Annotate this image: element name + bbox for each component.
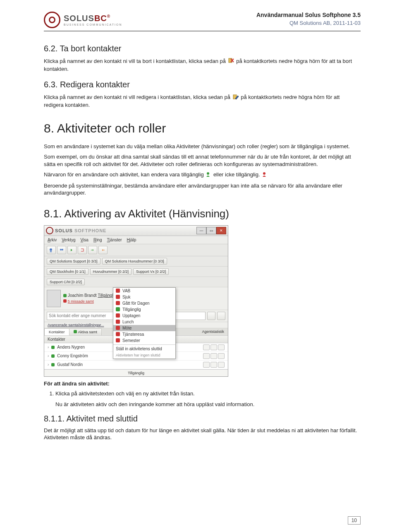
contact-action-2[interactable] [210,362,217,368]
toolbar-button-1[interactable] [47,246,56,254]
queue-chip[interactable]: QM Solutions Support [0 3/3] [47,258,100,265]
menu-arkiv[interactable]: Arkiv [48,238,57,242]
logo-brand-b: BC [94,14,107,23]
chevron-right-icon: › [48,362,49,367]
softphone-window: SOLUS SOFTPHONE — ▭ ✕ Arkiv Verktyg Visa… [44,225,228,377]
toolbar-button-5[interactable] [88,246,97,254]
window-title-a: SOLUS [55,228,73,233]
logo-brand-a: SOLUS [64,14,94,23]
para-6-2-a: Klicka på namnet av den kontakt ni vill … [44,58,226,64]
toolbar-button-3[interactable] [67,246,77,254]
presence-icon [51,354,55,358]
dropdown-item[interactable]: Sjuk [113,294,175,300]
para-6-3: Klicka på namnet av den kontakt ni vill … [44,94,361,108]
dropdown-item-label: Lunch [122,320,134,324]
header-title: Användarmanual Solus Softphone 3.5 [256,12,361,18]
missed-icon [63,299,67,303]
window-title-b: SOFTPHONE [74,228,106,233]
contact-action-3[interactable] [218,344,225,350]
tab-kontakter[interactable]: Kontakter [44,328,69,335]
queue-row-3: Support C/M [0 2/2] [44,277,228,287]
user-name: Joachim Brandt [68,293,96,298]
toolbar-button-4[interactable] [78,246,87,254]
contact-action-1[interactable] [203,353,210,359]
queue-row-2: QM Stockholm [0 1/1] Huvudnummer [0 2/2]… [44,267,228,277]
dropdown-item[interactable]: Möte [113,325,175,331]
heading-6-3: 6.3. Redigera kontakter [44,80,361,89]
menu-bar: Arkiv Verktyg Visa Ring Tjänster Hjälp [44,236,228,244]
chevron-right-icon: › [48,354,49,358]
toolbar-button-2[interactable] [57,246,66,254]
queue-chip[interactable]: Support C/M [0 2/2] [47,279,85,285]
dropdown-item-label: Gått för Dagen [122,301,150,306]
contact-action-1[interactable] [203,344,210,350]
presence-icon [116,313,120,318]
contact-action-1[interactable] [203,362,210,368]
para-8-1-1: Det är möjligt att sätta upp tid och dat… [44,427,361,441]
contact-action-2[interactable] [210,353,217,359]
menu-verktyg[interactable]: Verktyg [62,238,75,242]
presence-icon [116,320,120,324]
search-button-1[interactable] [207,312,215,320]
queue-chip[interactable]: Huvudnummer [0 2/2] [90,268,132,275]
close-button[interactable]: ✕ [216,227,226,234]
presence-icon [116,332,120,336]
activity-dropdown: VABSjukGått för DagenTillgängligUpptagen… [113,287,176,359]
presence-icon [116,338,120,342]
dropdown-item[interactable]: Tjänsteresa [113,331,175,337]
dropdown-item[interactable]: Upptagen [113,313,175,319]
para-8-3-a: Närvaron för en användare och aktivitet,… [44,171,204,178]
contact-action-3[interactable] [218,362,225,368]
logo-icon [44,12,60,28]
minimize-button[interactable]: — [196,227,206,234]
window-logo-icon [46,227,53,234]
dropdown-item[interactable]: VAB [113,288,175,294]
para-6-3-a: Klicka på namnet av den kontakt ni vill … [44,94,230,100]
contact-name: Conny Engström [57,354,88,358]
svg-point-8 [62,249,63,250]
avatar [47,290,61,307]
tab-aktiva[interactable]: Aktiva samt [69,328,102,335]
contact-action-2[interactable] [210,344,217,350]
toolbar-button-6[interactable] [98,246,108,254]
search-button-2[interactable] [217,312,225,320]
instr-step-1: Klicka på aktivitetstexten och välj en n… [55,390,361,397]
logo-tagline: BUSINESS COMMUNICATION [64,23,122,26]
para-8-1: Som en användare i systemet kan du välja… [44,143,361,150]
instr-label: För att ändra sin aktivitet: [44,380,361,388]
presence-icon [116,307,120,311]
dropdown-item[interactable]: Tillgänglig [113,306,175,313]
missed-calls-link[interactable]: 5 missade samt [68,299,94,303]
edit-contact-icon [233,94,239,102]
menu-hjalp[interactable]: Hjälp [127,238,136,242]
contact-name: Anders Nygren [57,345,85,349]
dropdown-set-endtime[interactable]: Ställ in aktivitetens sluttid [113,346,175,352]
menu-tjanster[interactable]: Tjänster [107,238,122,242]
queue-row-1: QM Solutions Support [0 3/3] QM Solution… [44,256,228,267]
dropdown-item[interactable]: Semester [113,337,175,344]
menu-visa[interactable]: Visa [81,238,88,242]
window-titlebar: SOLUS SOFTPHONE — ▭ ✕ [44,226,228,236]
queue-chip[interactable]: QM Solutions Huvudnummer [0 3/3] [102,258,167,265]
svg-point-6 [50,248,52,251]
svg-point-4 [207,172,209,175]
maximize-button[interactable]: ▭ [206,227,216,234]
heading-8-1-1: 8.1.1. Aktivitet med sluttid [44,414,361,424]
svg-point-5 [263,172,265,175]
menu-ring[interactable]: Ring [93,238,102,242]
status-bar: Tillgänglig [44,369,228,376]
dropdown-item[interactable]: Lunch [113,319,175,325]
dropdown-item-label: Tillgänglig [122,307,141,312]
dropdown-no-endtime: Aktiviteten har ingen sluttid [113,352,175,359]
registered-icon: ® [107,14,110,19]
dropdown-item[interactable]: Gått för Dagen [113,300,175,306]
presence-icon [51,363,55,366]
contact-row[interactable]: ›Gustaf Nordin [44,361,228,369]
heading-6-2: 6.2. Ta bort kontakter [44,44,361,53]
contact-action-3[interactable] [218,353,225,359]
queue-chip[interactable]: Support Vx [0 2/2] [133,268,169,275]
delete-contact-icon [228,58,234,65]
dropdown-item-label: Semester [122,338,140,343]
available-icon [206,171,211,179]
queue-chip[interactable]: QM Stockholm [0 1/1] [47,268,88,275]
